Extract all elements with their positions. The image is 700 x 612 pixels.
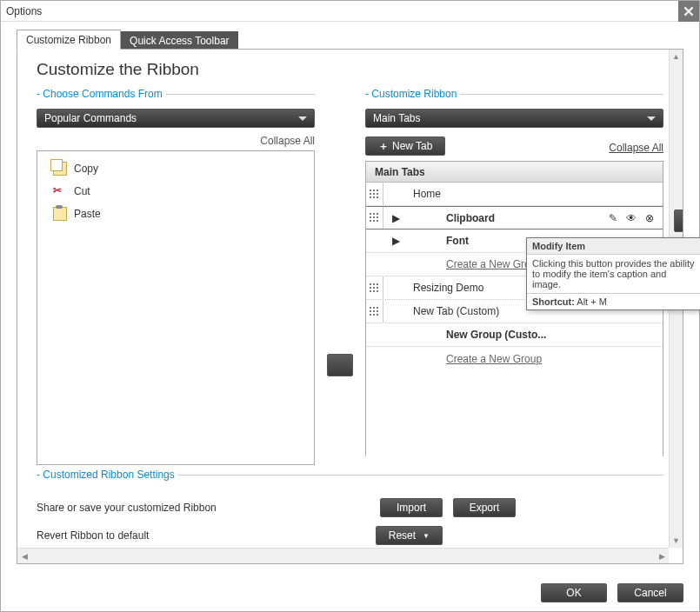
eye-icon[interactable]: 👁 xyxy=(626,212,637,224)
import-button[interactable]: Import xyxy=(380,498,443,517)
ribbon-row-home[interactable]: Home xyxy=(366,183,663,206)
tooltip-body: Clicking this button provides the abilit… xyxy=(527,255,700,293)
ribbon-row-new-group-link-2[interactable]: Create a New Group xyxy=(366,347,663,370)
scroll-down-icon: ▼ xyxy=(672,536,680,545)
copy-icon xyxy=(53,162,67,176)
export-button[interactable]: Export xyxy=(453,498,516,517)
ribbon-row-clipboard[interactable]: ▶ Clipboard ✎ 👁 ⊗ xyxy=(366,206,663,230)
scroll-left-icon: ◀ xyxy=(22,552,28,561)
commands-tree[interactable]: Copy ✂ Cut Paste xyxy=(37,150,315,465)
tooltip-shortcut: Shortcut: Alt + M xyxy=(527,293,700,309)
ribbon-combo[interactable]: Main Tabs xyxy=(365,109,663,128)
share-save-label: Share or save your customized Ribbon xyxy=(37,502,217,514)
customized-settings-legend: Customized Ribbon Settings xyxy=(37,469,178,481)
chevron-down-icon: ▼ xyxy=(423,532,430,540)
customize-ribbon-legend: Customize Ribbon xyxy=(365,88,460,100)
drag-handle-icon[interactable] xyxy=(370,307,379,316)
ribbon-tree-header: Main Tabs xyxy=(366,162,663,183)
command-cut[interactable]: ✂ Cut xyxy=(53,184,298,198)
pencil-icon[interactable]: ✎ xyxy=(609,212,617,224)
collapse-all-right[interactable]: Collapse All xyxy=(609,142,663,154)
reset-button[interactable]: Reset ▼ xyxy=(376,526,443,545)
titlebar: Options xyxy=(1,1,699,22)
scroll-up-icon: ▲ xyxy=(672,52,680,61)
options-dialog: Options Modify Item Clicking this button… xyxy=(0,0,700,612)
move-up-button[interactable] xyxy=(674,210,683,232)
drag-handle-icon[interactable] xyxy=(370,213,379,223)
drag-handle-icon[interactable] xyxy=(370,190,379,199)
scroll-right-icon: ▶ xyxy=(659,552,665,561)
commands-combo[interactable]: Popular Commands xyxy=(37,109,315,128)
command-copy[interactable]: Copy xyxy=(53,162,298,176)
tooltip-modify-item: Modify Item Clicking this button provide… xyxy=(526,237,700,310)
window-title: Options xyxy=(6,5,42,17)
tooltip-title: Modify Item xyxy=(527,238,700,255)
horizontal-scrollbar[interactable]: ◀ ▶ xyxy=(17,548,669,563)
cancel-button[interactable]: Cancel xyxy=(617,583,683,602)
tabs-row: Customize Ribbon Quick Access Toolbar xyxy=(17,29,683,50)
command-paste[interactable]: Paste xyxy=(53,207,298,221)
choose-commands-legend: Choose Commands From xyxy=(37,88,166,100)
tab-quick-access[interactable]: Quick Access Toolbar xyxy=(121,31,238,50)
choose-commands-group: Choose Commands From Popular Commands Co… xyxy=(37,88,315,465)
new-tab-button[interactable]: ＋ New Tab xyxy=(365,136,445,156)
drag-handle-icon[interactable] xyxy=(370,283,379,293)
ok-button[interactable]: OK xyxy=(541,583,607,602)
tab-customize-ribbon[interactable]: Customize Ribbon xyxy=(17,30,121,50)
revert-label: Revert Ribbon to default xyxy=(37,529,149,542)
paste-icon xyxy=(53,207,67,221)
expand-icon[interactable]: ▶ xyxy=(383,235,408,247)
customized-settings-group: Customized Ribbon Settings Share or save… xyxy=(37,469,663,554)
close-button[interactable] xyxy=(678,1,699,22)
ribbon-row-newgroup-custom[interactable]: New Group (Custo... xyxy=(366,323,663,347)
collapse-all-left[interactable]: Collapse All xyxy=(37,135,315,147)
page-title: Customize the Ribbon xyxy=(37,60,663,79)
delete-icon[interactable]: ⊗ xyxy=(645,212,654,224)
add-command-button[interactable] xyxy=(327,354,353,376)
cut-icon: ✂ xyxy=(53,184,67,198)
plus-icon: ＋ xyxy=(378,139,389,154)
expand-icon[interactable]: ▶ xyxy=(383,212,408,224)
dialog-footer: OK Cancel xyxy=(541,583,683,602)
